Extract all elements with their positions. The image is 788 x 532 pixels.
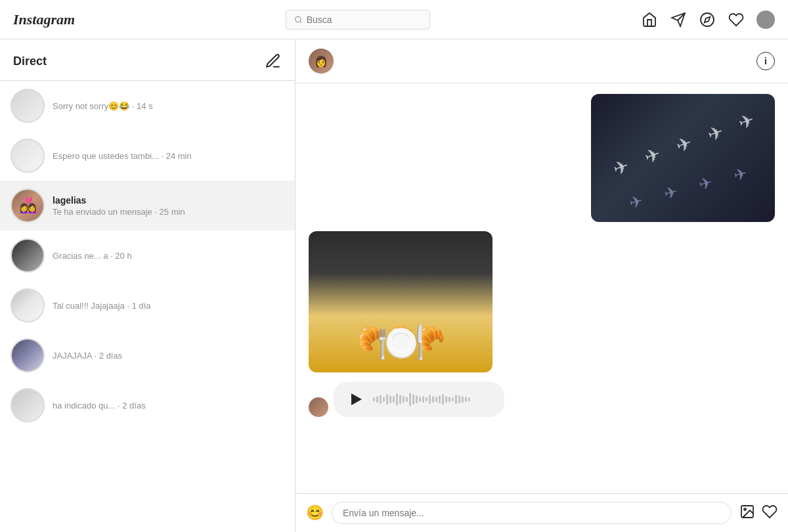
conversation-preview: Espero que ustedes tambi... · 24 min (53, 151, 284, 161)
message-image-airplanes (591, 94, 775, 222)
direct-panel: Direct Sorry not sorry😊😂 · 14 s (0, 39, 296, 532)
nav-icons (641, 11, 775, 29)
waveform-bar (373, 397, 375, 401)
conversation-avatar (11, 89, 45, 123)
conversation-avatar (11, 338, 45, 372)
message-row-audio (309, 382, 775, 417)
conversations-list: Sorry not sorry😊😂 · 14 s Espero que uste… (0, 81, 295, 532)
waveform-bar (442, 394, 444, 405)
emoji-button[interactable]: 😊 (306, 504, 324, 521)
chat-input-area: 😊 (296, 493, 788, 532)
search-input[interactable] (307, 14, 422, 25)
activity-icon[interactable] (728, 11, 745, 28)
waveform-bar (462, 396, 464, 403)
app-logo: Instagram (13, 11, 75, 28)
play-triangle-icon (351, 393, 362, 405)
waveform-bar (386, 394, 388, 405)
waveform-bar (429, 395, 431, 404)
message-avatar (309, 397, 328, 417)
waveform-bar (445, 396, 447, 403)
search-icon (294, 15, 303, 24)
conversation-avatar (11, 238, 45, 273)
search-bar[interactable] (286, 10, 430, 30)
waveform-bar (396, 393, 398, 405)
conversation-item[interactable]: Sorry not sorry😊😂 · 14 s (0, 81, 295, 131)
audio-waveform (373, 393, 492, 406)
conversation-info: lagelias Te ha enviado un mensaje · 25 m… (53, 195, 284, 217)
message-input[interactable] (332, 502, 732, 524)
conversation-info: Tal cual!!! Jajajaaja · 1 día (53, 301, 284, 311)
waveform-bar (376, 396, 378, 403)
conversation-info: Espero que ustedes tambi... · 24 min (53, 151, 284, 161)
main-container: Direct Sorry not sorry😊😂 · 14 s (0, 39, 788, 532)
svg-line-1 (300, 21, 301, 22)
waveform-bar (432, 396, 434, 403)
svg-marker-5 (705, 16, 710, 22)
conversation-item[interactable]: ha indicado qu... · 2 días (0, 380, 295, 430)
conversation-item[interactable]: Tal cual!!! Jajajaaja · 1 día (0, 280, 295, 330)
conversation-avatar (11, 388, 45, 422)
conversation-preview: Tal cual!!! Jajajaaja · 1 día (53, 301, 284, 311)
conversation-info: Gracias ne... a · 20 h (53, 251, 284, 261)
svg-point-7 (744, 508, 746, 510)
input-right-icons (739, 504, 777, 523)
waveform-bar (389, 395, 391, 403)
waveform-bar (458, 395, 460, 403)
conversation-item[interactable]: JAJAJAJA · 2 días (0, 330, 295, 380)
conversation-preview: JAJAJAJA · 2 días (53, 351, 284, 361)
conversation-item[interactable]: Gracias ne... a · 20 h (0, 231, 295, 280)
conversation-preview: ha indicado qu... · 2 días (53, 401, 284, 410)
waveform-bar (468, 397, 470, 401)
waveform-bar (465, 397, 467, 402)
waveform-bar (419, 397, 421, 402)
direct-header: Direct (0, 39, 295, 81)
direct-title: Direct (13, 55, 47, 68)
top-navigation: Instagram (0, 0, 788, 39)
conversation-info: JAJAJAJA · 2 días (53, 351, 284, 361)
waveform-bar (422, 396, 424, 403)
heart-icon[interactable] (762, 504, 777, 523)
svg-point-4 (701, 13, 714, 26)
play-button[interactable] (345, 389, 365, 409)
message-image-food (309, 231, 492, 372)
conversation-item[interactable]: Espero que ustedes tambi... · 24 min (0, 131, 295, 181)
conversation-preview: Te ha enviado un mensaje · 25 min (53, 207, 284, 217)
chat-panel: 👩 i (296, 39, 788, 532)
explore-icon[interactable] (699, 11, 716, 28)
waveform-bar (449, 397, 450, 402)
direct-nav-icon[interactable] (670, 11, 687, 28)
message-row-sent (309, 94, 775, 222)
message-row-received (309, 231, 775, 372)
chat-header: 👩 i (296, 39, 788, 83)
home-icon[interactable] (641, 11, 658, 28)
info-button[interactable]: i (756, 52, 775, 70)
image-upload-icon[interactable] (739, 504, 755, 523)
chat-messages (296, 83, 788, 493)
conversation-preview: Sorry not sorry😊😂 · 14 s (53, 101, 284, 111)
conversation-avatar (11, 139, 45, 173)
waveform-bar (455, 395, 457, 404)
waveform-bar (435, 397, 437, 402)
waveform-bar (383, 397, 385, 402)
profile-avatar[interactable] (756, 11, 775, 29)
chat-header-avatar[interactable]: 👩 (309, 49, 334, 74)
conversation-preview: Gracias ne... a · 20 h (53, 251, 284, 261)
compose-button[interactable] (265, 53, 282, 70)
waveform-bar (452, 397, 454, 401)
conversation-avatar (11, 288, 45, 322)
waveform-bar (399, 395, 401, 404)
waveform-bar (409, 393, 411, 406)
waveform-bar (406, 397, 408, 402)
waveform-bar (426, 397, 427, 401)
waveform-bar (393, 396, 395, 403)
waveform-bar (416, 395, 418, 403)
conversation-avatar: 👩‍❤️‍👩 (11, 188, 45, 223)
svg-point-0 (296, 16, 301, 22)
conversation-name: lagelias (53, 195, 284, 206)
audio-message[interactable] (334, 382, 504, 417)
conversation-info: ha indicado qu... · 2 días (53, 401, 284, 410)
conversation-info: Sorry not sorry😊😂 · 14 s (53, 101, 284, 111)
waveform-bar (439, 395, 441, 403)
conversation-item-active[interactable]: 👩‍❤️‍👩 lagelias Te ha enviado un mensaje… (0, 181, 295, 231)
waveform-bar (380, 395, 382, 404)
